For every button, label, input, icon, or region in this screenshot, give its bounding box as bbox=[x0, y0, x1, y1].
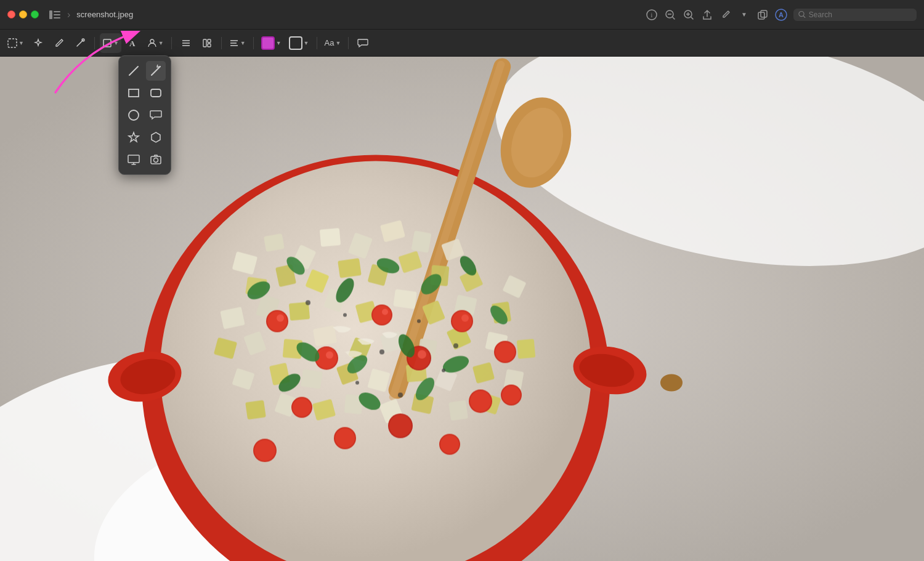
align-tool-button[interactable] bbox=[177, 33, 195, 53]
selection-tool-button[interactable]: ▼ bbox=[5, 33, 26, 53]
font-chevron-icon: ▼ bbox=[335, 40, 341, 46]
svg-point-163 bbox=[453, 344, 458, 349]
svg-point-161 bbox=[379, 350, 384, 355]
svg-text:i: i bbox=[651, 12, 653, 18]
color-chevron-icon: ▼ bbox=[276, 40, 282, 46]
svg-rect-13 bbox=[758, 12, 764, 19]
markup-chevron-icon[interactable]: ▼ bbox=[738, 9, 750, 21]
svg-point-140 bbox=[254, 440, 275, 461]
svg-text:A: A bbox=[779, 11, 784, 18]
shape-tool-button[interactable]: ▼ bbox=[100, 33, 121, 53]
circle-shape-button[interactable] bbox=[124, 105, 144, 125]
close-button[interactable] bbox=[7, 10, 15, 18]
layout-tool-button[interactable] bbox=[198, 33, 216, 53]
svg-rect-96 bbox=[517, 339, 536, 358]
toolbar-divider-1 bbox=[94, 37, 95, 49]
star-shape-button[interactable] bbox=[124, 127, 144, 147]
toolbar-divider-3 bbox=[221, 37, 222, 49]
svg-point-51 bbox=[160, 161, 591, 562]
svg-line-8 bbox=[673, 17, 675, 19]
svg-line-33 bbox=[129, 67, 138, 75]
draw2-tool-button[interactable] bbox=[71, 33, 89, 53]
account-icon[interactable]: A bbox=[775, 9, 787, 21]
svg-line-34 bbox=[152, 67, 160, 75]
font-label: Aa bbox=[325, 38, 334, 47]
svg-rect-29 bbox=[208, 44, 211, 47]
speech-bubble-shape-button[interactable] bbox=[146, 105, 166, 125]
zoom-out-icon[interactable] bbox=[664, 9, 676, 21]
toolbar-divider-6 bbox=[348, 37, 349, 49]
svg-rect-67 bbox=[411, 230, 431, 252]
justify-chevron-icon: ▼ bbox=[240, 40, 246, 46]
border-swatch bbox=[289, 36, 302, 50]
shape-chevron-icon: ▼ bbox=[113, 40, 119, 46]
svg-rect-28 bbox=[208, 39, 211, 42]
svg-rect-3 bbox=[54, 17, 60, 18]
svg-point-115 bbox=[267, 312, 287, 331]
camera-shape-button[interactable] bbox=[146, 150, 166, 169]
svg-line-18 bbox=[803, 16, 805, 18]
toolbar-divider-5 bbox=[317, 37, 317, 49]
svg-point-127 bbox=[452, 312, 472, 331]
svg-point-162 bbox=[417, 320, 421, 323]
svg-rect-14 bbox=[761, 10, 767, 17]
search-bar[interactable] bbox=[793, 9, 917, 21]
traffic-lights bbox=[7, 10, 39, 18]
speech-bubble-button[interactable] bbox=[354, 33, 372, 53]
share-icon[interactable] bbox=[701, 9, 713, 21]
search-input[interactable] bbox=[809, 10, 912, 19]
svg-rect-0 bbox=[49, 10, 52, 19]
rounded-rect-shape-button[interactable] bbox=[146, 83, 166, 103]
minimize-button[interactable] bbox=[19, 10, 27, 18]
svg-point-144 bbox=[502, 386, 521, 405]
people-tool-button[interactable]: ▼ bbox=[145, 33, 166, 53]
hexagon-shape-button[interactable] bbox=[146, 127, 166, 147]
info-icon[interactable]: i bbox=[646, 9, 658, 21]
magic-tool-button[interactable] bbox=[29, 33, 47, 53]
line-shape-button[interactable] bbox=[124, 61, 144, 81]
justify-tool-button[interactable]: ▼ bbox=[227, 33, 248, 53]
font-size-button[interactable]: Aa ▼ bbox=[322, 33, 344, 53]
svg-rect-99 bbox=[301, 369, 323, 389]
svg-rect-27 bbox=[203, 39, 206, 47]
text-tool-button[interactable]: A bbox=[124, 33, 142, 53]
rectangle-shape-button[interactable] bbox=[124, 83, 144, 103]
zoom-in-icon[interactable] bbox=[683, 9, 695, 21]
color-fill-button[interactable]: ▼ bbox=[259, 33, 284, 53]
svg-point-160 bbox=[343, 313, 347, 317]
title-bar: › screenshot.jpeg i bbox=[0, 0, 924, 30]
toolbar-divider-4 bbox=[253, 37, 254, 49]
markup-icon[interactable] bbox=[719, 9, 732, 21]
draw-tool-button[interactable] bbox=[50, 33, 68, 53]
toolbar-divider-2 bbox=[171, 37, 172, 49]
svg-rect-82 bbox=[393, 289, 417, 309]
selection-chevron-icon: ▼ bbox=[18, 40, 24, 46]
svg-rect-19 bbox=[8, 39, 17, 47]
svg-rect-90 bbox=[313, 326, 337, 347]
svg-rect-35 bbox=[129, 89, 139, 97]
svg-point-134 bbox=[335, 429, 355, 448]
svg-point-142 bbox=[495, 342, 515, 362]
border-style-button[interactable]: ▼ bbox=[286, 33, 312, 53]
title-bar-right: i bbox=[646, 9, 917, 21]
svg-line-12 bbox=[691, 17, 693, 19]
svg-point-121 bbox=[373, 306, 391, 325]
sidebar-toggle-icon[interactable] bbox=[49, 9, 61, 21]
svg-rect-21 bbox=[103, 39, 111, 47]
maximize-button[interactable] bbox=[31, 10, 39, 18]
svg-point-164 bbox=[355, 381, 359, 385]
arrow-shape-button[interactable] bbox=[146, 61, 166, 81]
svg-point-166 bbox=[442, 369, 445, 373]
screen-shape-button[interactable] bbox=[124, 150, 144, 169]
svg-point-132 bbox=[293, 398, 311, 417]
svg-point-130 bbox=[470, 391, 491, 412]
duplicate-icon[interactable] bbox=[756, 9, 769, 21]
color-swatch bbox=[261, 36, 275, 50]
svg-point-116 bbox=[277, 315, 284, 322]
svg-text:A: A bbox=[129, 39, 136, 48]
people-chevron-icon: ▼ bbox=[158, 40, 164, 46]
svg-rect-106 bbox=[245, 400, 266, 420]
svg-rect-72 bbox=[338, 258, 362, 278]
svg-rect-62 bbox=[264, 233, 285, 252]
toolbar: ▼ ▼ A ▼ bbox=[0, 30, 924, 57]
